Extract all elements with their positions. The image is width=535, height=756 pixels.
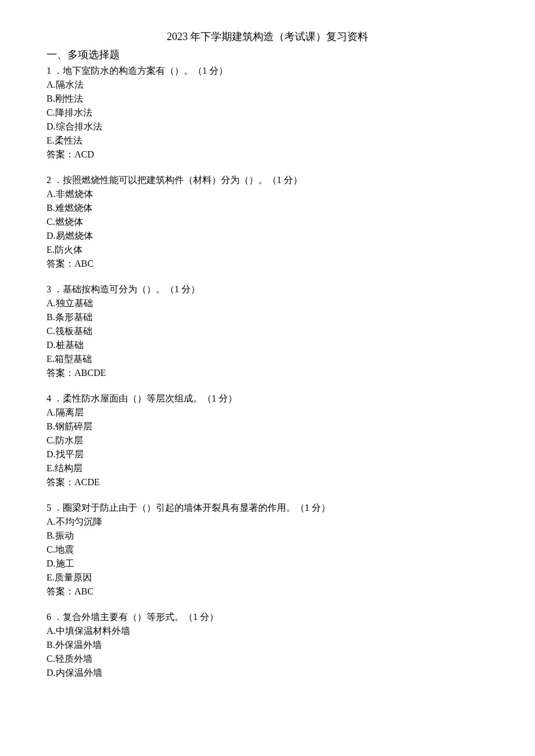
question-text: 5．圈梁对于防止由于（）引起的墙体开裂具有显著的作用。（1 分） (47, 501, 488, 515)
option-c: C.筏板基础 (47, 324, 488, 338)
option-e: E.箱型基础 (47, 352, 488, 366)
section-heading: 一、多项选择题 (47, 47, 488, 63)
option-e: E.防火体 (47, 243, 488, 257)
question-number: 3 (47, 284, 54, 294)
answer: 答案：ACD (47, 148, 488, 162)
question-text: 3．基础按构造可分为（）。（1 分） (47, 282, 488, 296)
question-block: 2．按照燃烧性能可以把建筑构件（材料）分为（）。（1 分） A.非燃烧体 B.难… (47, 173, 488, 271)
question-stem: ．复合外墙主要有（）等形式。（1 分） (54, 612, 219, 622)
option-b: B.振动 (47, 529, 488, 543)
option-b: B.钢筋碎层 (47, 420, 488, 433)
question-number: 4 (47, 393, 54, 403)
option-a: A.隔水法 (47, 78, 488, 92)
question-number: 6 (47, 612, 54, 622)
question-stem: ．基础按构造可分为（）。（1 分） (54, 284, 200, 294)
question-block: 4．柔性防水屋面由（）等层次组成。（1 分） A.隔离层 B.钢筋碎层 C.防水… (47, 392, 488, 489)
question-number: 1 (47, 66, 54, 76)
option-a: A.隔离层 (47, 406, 488, 420)
answer: 答案：ABC (47, 257, 488, 271)
option-a: A.独立基础 (47, 296, 488, 310)
question-text: 4．柔性防水屋面由（）等层次组成。（1 分） (47, 392, 488, 406)
option-d: D.内保温外墙 (47, 666, 488, 680)
option-d: D.综合排水法 (47, 120, 488, 134)
question-text: 1．地下室防水的构造方案有（）。（1 分） (47, 64, 488, 78)
question-text: 2．按照燃烧性能可以把建筑构件（材料）分为（）。（1 分） (47, 173, 488, 187)
question-block: 6．复合外墙主要有（）等形式。（1 分） A.中填保温材料外墙 B.外保温外墙 … (47, 610, 488, 680)
question-stem: ．按照燃烧性能可以把建筑构件（材料）分为（）。（1 分） (54, 175, 302, 185)
question-stem: ．地下室防水的构造方案有（）。（1 分） (54, 66, 228, 76)
answer: 答案：ABC (47, 585, 488, 599)
document-title: 2023 年下学期建筑构造（考试课）复习资料 (47, 29, 488, 45)
option-e: E.结构层 (47, 461, 488, 475)
option-c: C.地震 (47, 543, 488, 557)
option-e: E.质量原因 (47, 571, 488, 585)
option-d: D.易燃烧体 (47, 229, 488, 243)
option-d: D.找平层 (47, 447, 488, 461)
option-b: B.难燃烧体 (47, 201, 488, 215)
question-text: 6．复合外墙主要有（）等形式。（1 分） (47, 610, 488, 624)
question-block: 3．基础按构造可分为（）。（1 分） A.独立基础 B.条形基础 C.筏板基础 … (47, 282, 488, 380)
option-a: A.不均匀沉降 (47, 515, 488, 529)
option-b: B.条形基础 (47, 310, 488, 324)
question-block: 1．地下室防水的构造方案有（）。（1 分） A.隔水法 B.刚性法 C.降排水法… (47, 64, 488, 162)
option-e: E.柔性法 (47, 134, 488, 148)
option-b: B.刚性法 (47, 92, 488, 106)
question-block: 5．圈梁对于防止由于（）引起的墙体开裂具有显著的作用。（1 分） A.不均匀沉降… (47, 501, 488, 599)
option-d: D.桩基础 (47, 338, 488, 352)
question-number: 2 (47, 175, 54, 185)
option-c: C.轻质外墙 (47, 652, 488, 666)
option-a: A.非燃烧体 (47, 187, 488, 201)
option-c: C.防水层 (47, 433, 488, 447)
option-b: B.外保温外墙 (47, 638, 488, 652)
option-c: C.降排水法 (47, 106, 488, 120)
question-number: 5 (47, 503, 54, 513)
answer: 答案：ABCDE (47, 366, 488, 380)
option-c: C.燃烧体 (47, 215, 488, 229)
question-stem: ．圈梁对于防止由于（）引起的墙体开裂具有显著的作用。（1 分） (54, 503, 330, 513)
option-a: A.中填保温材料外墙 (47, 624, 488, 638)
option-d: D.施工 (47, 557, 488, 571)
answer: 答案：ACDE (47, 475, 488, 489)
question-stem: ．柔性防水屋面由（）等层次组成。（1 分） (54, 393, 237, 403)
